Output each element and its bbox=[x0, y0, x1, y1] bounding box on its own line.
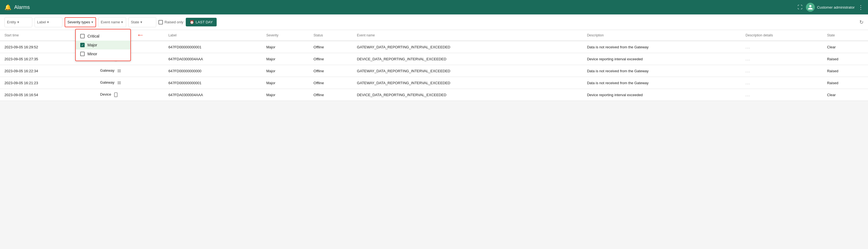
cell-start-time: 2023-09-05 16:16:54 bbox=[0, 89, 96, 101]
severity-major-item[interactable]: Major bbox=[76, 41, 130, 49]
clock-icon: ⏰ bbox=[190, 20, 194, 24]
user-name: Customer administrator bbox=[817, 5, 855, 9]
last-day-label: LAST DAY bbox=[196, 20, 213, 24]
label-filter[interactable]: Label ▾ bbox=[34, 17, 62, 27]
cell-description: Data is not received from the Gateway bbox=[583, 77, 741, 89]
cell-start-time: 2023-09-05 16:22:34 bbox=[0, 65, 96, 77]
avatar bbox=[806, 3, 815, 12]
cell-state: Clear bbox=[823, 41, 868, 53]
cell-start-time: 2023-09-05 16:21:23 bbox=[0, 77, 96, 89]
col-description: Description bbox=[583, 30, 741, 41]
event-name-filter[interactable]: Event name ▾ bbox=[98, 17, 126, 27]
cell-severity: Major bbox=[262, 65, 309, 77]
minor-checkbox[interactable] bbox=[80, 52, 85, 56]
label-label: Label bbox=[37, 20, 46, 24]
raised-only-checkbox[interactable] bbox=[158, 20, 163, 25]
cell-description-details[interactable]: ... bbox=[741, 53, 823, 65]
cell-description-details[interactable]: ... bbox=[741, 89, 823, 101]
entity-label: Entity bbox=[7, 20, 16, 24]
major-label: Major bbox=[88, 43, 97, 47]
cell-status: Offline bbox=[309, 77, 352, 89]
chevron-down-icon: ▾ bbox=[141, 20, 142, 24]
cell-severity: Major bbox=[262, 77, 309, 89]
cell-label: 647FDA0300004AAA bbox=[164, 89, 262, 101]
col-state: State bbox=[823, 30, 868, 41]
gateway-icon bbox=[117, 68, 122, 73]
cell-event-name: DEVICE_DATA_REPORTING_INTERVAL_EXCEEDED bbox=[352, 89, 583, 101]
col-severity: Severity bbox=[262, 30, 309, 41]
cell-description: Data is not received from the Gateway bbox=[583, 65, 741, 77]
cell-entity: Device bbox=[96, 89, 164, 101]
chevron-down-icon: ▾ bbox=[17, 20, 19, 24]
arrow-indicator: ← bbox=[136, 31, 144, 39]
bell-icon: 🔔 bbox=[4, 4, 11, 10]
cell-label: 647FDA0300004AAA bbox=[164, 53, 262, 65]
event-name-label: Event name bbox=[101, 20, 120, 24]
cell-status: Offline bbox=[309, 53, 352, 65]
raised-only-label: Raised only bbox=[164, 20, 184, 24]
last-day-button[interactable]: ⏰ LAST DAY bbox=[186, 18, 217, 26]
severity-critical-item[interactable]: Critical bbox=[76, 32, 130, 41]
cell-state: Raised bbox=[823, 65, 868, 77]
cell-description: Device reporting interval exceeded bbox=[583, 89, 741, 101]
gateway-icon bbox=[117, 80, 122, 85]
cell-severity: Major bbox=[262, 89, 309, 101]
col-status: Status bbox=[309, 30, 352, 41]
cell-status: Offline bbox=[309, 41, 352, 53]
cell-event-name: GATEWAY_DATA_REPORTING_INTERVAL_EXCEEDED bbox=[352, 77, 583, 89]
severity-label: Severity types bbox=[67, 20, 90, 24]
cell-status: Offline bbox=[309, 89, 352, 101]
cell-label: 647FD00000000001 bbox=[164, 77, 262, 89]
col-description-details: Description details bbox=[741, 30, 823, 41]
raised-only-filter[interactable]: Raised only bbox=[158, 20, 184, 25]
cell-severity: Major bbox=[262, 53, 309, 65]
cell-state: Raised bbox=[823, 53, 868, 65]
state-filter[interactable]: State ▾ bbox=[128, 17, 156, 27]
cell-entity: Gateway bbox=[96, 77, 164, 89]
refresh-icon[interactable]: ↻ bbox=[859, 19, 864, 25]
severity-filter[interactable]: Severity types ▾ bbox=[65, 17, 96, 27]
critical-checkbox[interactable] bbox=[80, 34, 85, 38]
chevron-down-icon: ▾ bbox=[91, 20, 93, 24]
header: 🔔 Alarms ⛶ Customer administrator ⋮ bbox=[0, 0, 868, 14]
header-right: ⛶ Customer administrator ⋮ bbox=[798, 3, 864, 12]
cell-entity: Gateway bbox=[96, 65, 164, 77]
chevron-down-icon: ▾ bbox=[47, 20, 49, 24]
table-row[interactable]: 2023-09-05 16:22:34 Gateway 647FD0000000… bbox=[0, 65, 868, 77]
cell-label: 647FD00000000000 bbox=[164, 65, 262, 77]
critical-label: Critical bbox=[88, 34, 99, 38]
major-checkbox[interactable] bbox=[80, 43, 85, 47]
severity-minor-item[interactable]: Minor bbox=[76, 49, 130, 58]
cell-state: Raised bbox=[823, 77, 868, 89]
severity-dropdown: Critical Major Minor bbox=[75, 29, 131, 61]
header-left: 🔔 Alarms bbox=[4, 4, 30, 10]
cell-event-name: DEVICE_DATA_REPORTING_INTERVAL_EXCEEDED bbox=[352, 53, 583, 65]
state-label: State bbox=[131, 20, 139, 24]
more-vert-icon[interactable]: ⋮ bbox=[858, 4, 864, 10]
cell-description-details[interactable]: ... bbox=[741, 41, 823, 53]
chevron-down-icon: ▾ bbox=[121, 20, 123, 24]
cell-state: Clear bbox=[823, 89, 868, 101]
minor-label: Minor bbox=[88, 52, 97, 56]
toolbar: Entity ▾ Label ▾ Severity types ▾ Critic… bbox=[0, 14, 868, 30]
col-label: Label bbox=[164, 30, 262, 41]
table-row[interactable]: 2023-09-05 16:16:54 Device 647FDA0300004… bbox=[0, 89, 868, 101]
expand-icon[interactable]: ⛶ bbox=[798, 4, 803, 10]
cell-event-name: GATEWAY_DATA_REPORTING_INTERVAL_EXCEEDED bbox=[352, 41, 583, 53]
col-event-name: Event name bbox=[352, 30, 583, 41]
entity-filter[interactable]: Entity ▾ bbox=[4, 17, 32, 27]
page-title: Alarms bbox=[14, 4, 30, 10]
device-icon bbox=[113, 92, 118, 97]
table-row[interactable]: 2023-09-05 16:21:23 Gateway 647FD0000000… bbox=[0, 77, 868, 89]
cell-description-details[interactable]: ... bbox=[741, 65, 823, 77]
user-menu[interactable]: Customer administrator bbox=[806, 3, 855, 12]
cell-description: Device reporting interval exceeded bbox=[583, 53, 741, 65]
cell-status: Offline bbox=[309, 65, 352, 77]
cell-description-details[interactable]: ... bbox=[741, 77, 823, 89]
cell-label: 647FD00000000001 bbox=[164, 41, 262, 53]
cell-description: Data is not received from the Gateway bbox=[583, 41, 741, 53]
cell-severity: Major bbox=[262, 41, 309, 53]
cell-event-name: GATEWAY_DATA_REPORTING_INTERVAL_EXCEEDED bbox=[352, 65, 583, 77]
